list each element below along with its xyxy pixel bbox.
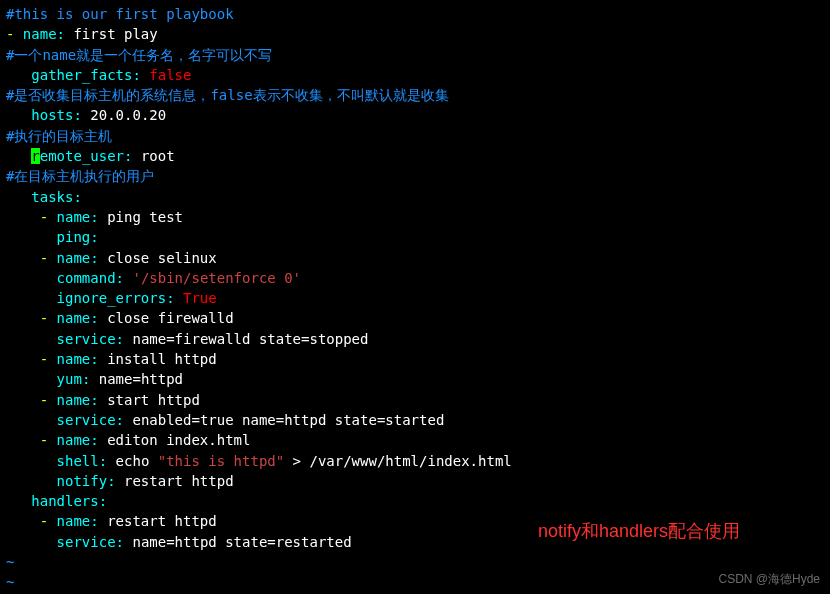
yaml-value: close selinux xyxy=(107,250,217,266)
indent xyxy=(6,351,40,367)
yaml-key: shell xyxy=(57,453,99,469)
empty-line-tilde: ~ xyxy=(6,574,14,590)
yaml-value: name=httpd xyxy=(99,371,183,387)
indent xyxy=(6,513,40,529)
yaml-key: name xyxy=(57,250,91,266)
colon: : xyxy=(90,351,107,367)
indent xyxy=(6,412,57,428)
yaml-value: close firewalld xyxy=(107,310,233,326)
yaml-value: editon index.html xyxy=(107,432,250,448)
yaml-value: first play xyxy=(73,26,157,42)
comment-line: #是否收集目标主机的系统信息，false表示不收集，不叫默认就是收集 xyxy=(6,87,449,103)
yaml-key: name xyxy=(57,351,91,367)
colon: : xyxy=(82,371,99,387)
comment-line: #在目标主机执行的用户 xyxy=(6,168,154,184)
colon: : xyxy=(90,250,107,266)
comment-line: #一个name就是一个任务名，名字可以不写 xyxy=(6,47,272,63)
dash: - xyxy=(40,209,57,225)
dash: - xyxy=(40,392,57,408)
indent xyxy=(6,331,57,347)
colon: : xyxy=(73,189,81,205)
indent xyxy=(6,371,57,387)
indent xyxy=(6,270,57,286)
indent xyxy=(6,493,31,509)
colon: : xyxy=(124,148,141,164)
yaml-value: root xyxy=(141,148,175,164)
indent xyxy=(6,107,31,123)
yaml-key: name xyxy=(57,513,91,529)
colon: : xyxy=(90,229,98,245)
indent xyxy=(6,229,57,245)
dash: - xyxy=(40,310,57,326)
colon: : xyxy=(90,392,107,408)
colon: : xyxy=(99,453,116,469)
yaml-value: ping test xyxy=(107,209,183,225)
yaml-key: name xyxy=(57,392,91,408)
yaml-key: service xyxy=(57,412,116,428)
indent xyxy=(6,432,40,448)
colon: : xyxy=(116,270,133,286)
annotation-text: notify和handlers配合使用 xyxy=(538,518,740,544)
cursor: r xyxy=(31,148,39,164)
colon: : xyxy=(107,473,124,489)
colon: : xyxy=(73,107,90,123)
yaml-value: install httpd xyxy=(107,351,217,367)
indent xyxy=(6,310,40,326)
dash: - xyxy=(6,26,23,42)
colon: : xyxy=(116,534,133,550)
colon: : xyxy=(116,331,133,347)
yaml-value: restart httpd xyxy=(107,513,217,529)
indent xyxy=(6,453,57,469)
indent xyxy=(6,473,57,489)
yaml-key: ignore_errors xyxy=(57,290,167,306)
colon: : xyxy=(132,67,149,83)
yaml-key: emote_user xyxy=(40,148,124,164)
colon: : xyxy=(90,310,107,326)
yaml-value: restart httpd xyxy=(124,473,234,489)
colon: : xyxy=(57,26,74,42)
indent xyxy=(6,534,57,550)
yaml-key: notify xyxy=(57,473,108,489)
yaml-value: True xyxy=(183,290,217,306)
yaml-key: name xyxy=(57,432,91,448)
yaml-value: name=firewalld state=stopped xyxy=(132,331,368,347)
yaml-key: ping xyxy=(57,229,91,245)
indent xyxy=(6,392,40,408)
comment-line: #this is our first playbook xyxy=(6,6,234,22)
yaml-key: service xyxy=(57,331,116,347)
empty-line-tilde: ~ xyxy=(6,554,14,570)
colon: : xyxy=(90,513,107,529)
dash: - xyxy=(40,432,57,448)
colon: : xyxy=(90,209,107,225)
yaml-value: 20.0.0.20 xyxy=(90,107,166,123)
dash: - xyxy=(40,351,57,367)
watermark-text: CSDN @海德Hyde xyxy=(718,571,820,588)
yaml-key: service xyxy=(57,534,116,550)
dash: - xyxy=(40,513,57,529)
yaml-value: '/sbin/setenforce 0' xyxy=(132,270,301,286)
yaml-value: echo xyxy=(116,453,158,469)
yaml-key: yum xyxy=(57,371,82,387)
colon: : xyxy=(116,412,133,428)
comment-line: #执行的目标主机 xyxy=(6,128,112,144)
yaml-value: start httpd xyxy=(107,392,200,408)
yaml-key: hosts xyxy=(31,107,73,123)
yaml-key: handlers xyxy=(31,493,98,509)
colon: : xyxy=(166,290,183,306)
yaml-key: name xyxy=(23,26,57,42)
colon: : xyxy=(90,432,107,448)
yaml-key: name xyxy=(57,310,91,326)
yaml-value: > /var/www/html/index.html xyxy=(284,453,512,469)
yaml-key: name xyxy=(57,209,91,225)
dash: - xyxy=(40,250,57,266)
indent xyxy=(6,209,40,225)
string-literal: "this is httpd" xyxy=(158,453,284,469)
yaml-value: false xyxy=(149,67,191,83)
yaml-key: command xyxy=(57,270,116,286)
colon: : xyxy=(99,493,107,509)
yaml-value: enabled=true name=httpd state=started xyxy=(132,412,444,428)
yaml-key: gather_facts xyxy=(31,67,132,83)
editor-content[interactable]: #this is our first playbook - name: firs… xyxy=(6,4,824,593)
indent xyxy=(6,189,31,205)
indent xyxy=(6,67,31,83)
